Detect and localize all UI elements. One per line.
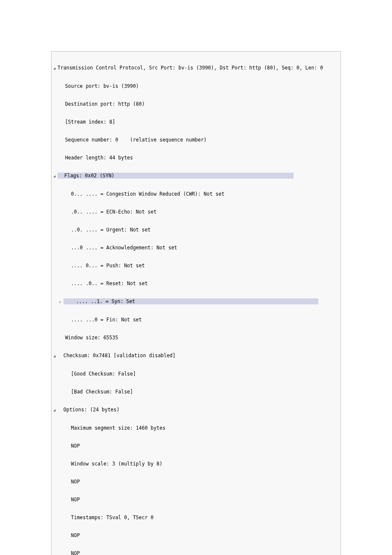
dissect-line: Maximum segment size: 1460 bytes [52, 425, 340, 431]
dissect-line: Timestamps: TSval 0, TSecr 0 [52, 515, 340, 520]
dissect-line: NOP [52, 479, 340, 485]
dissect-line: NOP [52, 532, 340, 538]
dissect-line: .... ...0 = Fin: Not set [52, 317, 340, 323]
tree-toggle-icon[interactable]: ◢ [53, 353, 58, 359]
flags-line: ◢ Flags: 0x02 (SYN) [52, 173, 340, 179]
tree-toggle-icon[interactable]: ▷ [59, 299, 63, 305]
dissect-line: Window size: 65535 [52, 335, 340, 341]
dissect-line: [Bad Checksum: False] [52, 389, 340, 395]
syn-set-line: ▷ .... ..1. = Syn: Set [52, 298, 340, 305]
dissect-line: Header length: 44 bytes [52, 155, 340, 161]
dissect-line: .... .0.. = Reset: Not set [52, 280, 340, 286]
dissect-line: Window scale: 3 (multiply by 8) [52, 461, 340, 467]
dissect-line: NOP [52, 443, 340, 449]
packet-header-line: ◢Transmission Control Protocol, Src Port… [52, 65, 340, 71]
dissect-line: NOP [52, 497, 340, 503]
dissect-line: NOP [52, 550, 340, 555]
dissect-line: Sequence number: 0 (relative sequence nu… [52, 137, 340, 143]
tree-toggle-icon[interactable]: ◢ [53, 407, 58, 413]
dissect-line: [Good Checksum: False] [52, 371, 340, 377]
dissect-line: ..0. .... = Urgent: Not set [52, 227, 340, 233]
options-line: ◢ Options: (24 bytes) [52, 407, 340, 413]
tree-toggle-icon[interactable]: ◢ [53, 65, 58, 71]
dissect-line: 0... .... = Congestion Window Reduced (C… [52, 191, 340, 197]
dissect-line: Source port: bv-is (3990) [52, 83, 340, 89]
checksum-line: ◢ Checksum: 0x7481 [validation disabled] [52, 353, 340, 359]
dissect-line: [Stream index: 8] [52, 119, 340, 125]
dissect-line: ...0 .... = Acknowledgement: Not set [52, 245, 340, 251]
dissect-line: Destination port: http (80) [52, 101, 340, 107]
packet-details-pane: ◢Transmission Control Protocol, Src Port… [51, 51, 341, 555]
dissect-line: .0.. .... = ECN-Echo: Not set [52, 209, 340, 215]
tree-toggle-icon[interactable]: ◢ [53, 173, 58, 179]
dissect-line: .... 0... = Push: Not set [52, 263, 340, 269]
